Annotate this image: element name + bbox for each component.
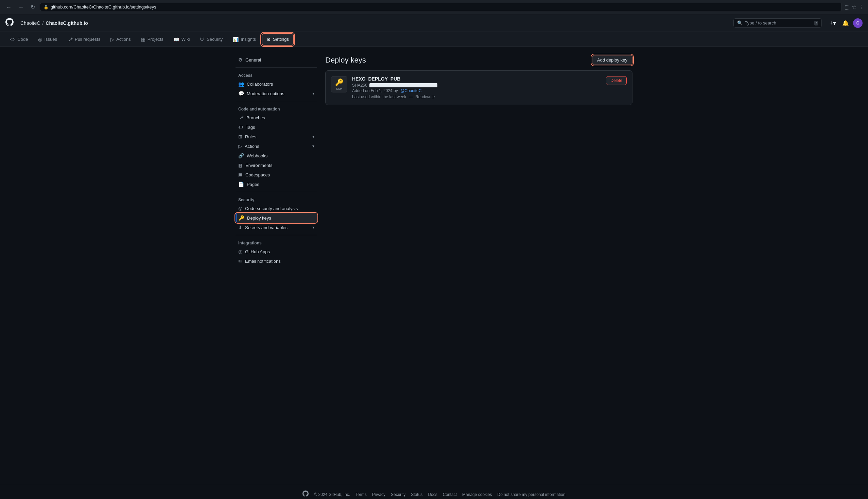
tab-projects[interactable]: ▦ Projects xyxy=(137,34,168,45)
github-logo xyxy=(5,18,14,28)
key-last-used: Last used within the last week — Read/wr… xyxy=(352,95,601,99)
key-sha: SHA256 xyxy=(352,83,601,88)
sidebar-codespaces-label: Codespaces xyxy=(245,172,270,178)
sidebar-code-security-label: Code security and analysis xyxy=(245,206,298,211)
sidebar-item-codespaces[interactable]: ▣ Codespaces xyxy=(235,170,317,180)
footer-copyright: © 2024 GitHub, Inc. xyxy=(314,492,350,497)
tab-wiki[interactable]: 📖 Wiki xyxy=(169,34,194,45)
pages-icon: 📄 xyxy=(238,182,244,187)
tab-settings[interactable]: ⚙ Settings xyxy=(262,33,294,46)
search-placeholder: Type / to search xyxy=(745,21,776,25)
tab-wiki-label: Wiki xyxy=(182,37,190,42)
sidebar-email-label: Email notifications xyxy=(245,259,281,264)
last-used-text: Last used within the last week xyxy=(352,95,406,99)
footer-security[interactable]: Security xyxy=(391,492,405,497)
chevron-down-icon: ▾ xyxy=(312,91,314,96)
access-section-label: Access xyxy=(235,70,317,79)
sidebar-item-deploy-keys[interactable]: 🔑 Deploy keys xyxy=(235,213,317,223)
tab-settings-label: Settings xyxy=(273,37,289,42)
sidebar-item-github-apps[interactable]: ◎ GitHub Apps xyxy=(235,247,317,256)
footer-status[interactable]: Status xyxy=(411,492,423,497)
added-text: Added on Feb 1, 2024 by xyxy=(352,88,398,93)
sidebar-branches-label: Branches xyxy=(246,115,265,120)
sidebar-item-moderation[interactable]: 💬 Moderation options ▾ xyxy=(235,89,317,98)
general-icon: ⚙ xyxy=(238,57,243,62)
deploy-keys-icon: 🔑 xyxy=(239,215,244,221)
tags-icon: 🏷 xyxy=(238,124,243,130)
page-title: Deploy keys xyxy=(325,56,366,64)
key-info: HEXO_DEPLOY_PUB SHA256 Added on Feb 1, 2… xyxy=(352,76,601,99)
sidebar-item-secrets[interactable]: ⬇ Secrets and variables ▾ xyxy=(235,223,317,232)
footer-privacy[interactable]: Privacy xyxy=(372,492,386,497)
refresh-button[interactable]: ↻ xyxy=(28,2,37,12)
collaborators-icon: 👥 xyxy=(238,81,244,87)
settings-icon: ⚙ xyxy=(267,37,271,42)
sidebar-item-email-notifications[interactable]: ✉ Email notifications xyxy=(235,256,317,266)
search-bar[interactable]: 🔍 Type / to search / xyxy=(733,19,822,27)
footer-contact[interactable]: Contact xyxy=(443,492,457,497)
sidebar-rules-label: Rules xyxy=(245,134,256,139)
email-icon: ✉ xyxy=(238,258,242,264)
breadcrumb-repo[interactable]: ChaoiteC.github.io xyxy=(46,21,88,26)
url-bar[interactable]: 🔒 github.com/ChaoiteC/ChaoiteC.github.io… xyxy=(40,3,842,11)
sidebar: ⚙ General Access 👥 Collaborators 💬 Moder… xyxy=(235,55,317,477)
sidebar-webhooks-label: Webhooks xyxy=(247,153,268,158)
code-section-label: Code and automation xyxy=(235,104,317,113)
plus-button[interactable]: +▾ xyxy=(827,18,838,28)
footer-docs[interactable]: Docs xyxy=(428,492,437,497)
added-by-link[interactable]: @ChaoiteC xyxy=(400,88,421,93)
sidebar-item-actions[interactable]: ▷ Actions ▾ xyxy=(235,142,317,151)
add-deploy-key-button[interactable]: Add deploy key xyxy=(592,55,633,65)
browser-chrome: ← → ↻ 🔒 github.com/ChaoiteC/ChaoiteC.git… xyxy=(0,0,868,14)
search-icon: 🔍 xyxy=(737,21,743,25)
tab-code-label: Code xyxy=(17,37,28,42)
tab-security[interactable]: 🛡 Security xyxy=(195,34,227,45)
bell-icon: 🔔 xyxy=(842,20,849,26)
code-icon: <> xyxy=(10,37,15,42)
sidebar-deploy-keys-label: Deploy keys xyxy=(247,216,271,221)
chevron-down-icon-secrets: ▾ xyxy=(312,225,314,230)
insights-icon: 📊 xyxy=(233,37,239,42)
sidebar-item-webhooks[interactable]: 🔗 Webhooks xyxy=(235,151,317,160)
footer-do-not-share[interactable]: Do not share my personal information xyxy=(497,492,565,497)
sidebar-tags-label: Tags xyxy=(246,125,255,130)
sidebar-item-tags[interactable]: 🏷 Tags xyxy=(235,122,317,132)
breadcrumb-separator: / xyxy=(42,21,44,26)
top-nav: ChaoiteC / ChaoiteC.github.io 🔍 Type / t… xyxy=(0,14,868,32)
back-button[interactable]: ← xyxy=(4,3,14,12)
menu-icon: ⋮ xyxy=(858,4,864,10)
sidebar-item-general[interactable]: ⚙ General xyxy=(235,55,317,64)
security-section-label: Security xyxy=(235,195,317,204)
nav-actions: +▾ 🔔 C xyxy=(827,18,863,28)
sidebar-pages-label: Pages xyxy=(247,182,259,187)
integrations-section-label: Integrations xyxy=(235,238,317,247)
tab-insights[interactable]: 📊 Insights xyxy=(228,34,260,45)
projects-icon: ▦ xyxy=(141,37,145,42)
breadcrumb-user[interactable]: ChaoiteC xyxy=(21,21,40,26)
sidebar-item-collaborators[interactable]: 👥 Collaborators xyxy=(235,79,317,89)
forward-button[interactable]: → xyxy=(16,3,26,12)
sidebar-item-rules[interactable]: ⊞ Rules ▾ xyxy=(235,132,317,142)
footer-terms[interactable]: Terms xyxy=(355,492,367,497)
key-permission: Read/write xyxy=(415,95,435,99)
tab-pulls[interactable]: ⎇ Pull requests xyxy=(63,34,105,45)
moderation-icon: 💬 xyxy=(238,91,244,96)
avatar[interactable]: C xyxy=(853,19,863,28)
sha-bar xyxy=(369,83,437,87)
tab-code[interactable]: <> Code xyxy=(5,34,32,45)
footer-manage-cookies[interactable]: Manage cookies xyxy=(462,492,492,497)
tab-actions[interactable]: ▷ Actions xyxy=(106,34,135,45)
ssh-label: SSH xyxy=(336,87,343,90)
tab-insights-label: Insights xyxy=(241,37,256,42)
codespaces-icon: ▣ xyxy=(238,172,243,178)
tab-issues[interactable]: ◎ Issues xyxy=(34,34,62,45)
sidebar-item-code-security[interactable]: ◎ Code security and analysis xyxy=(235,204,317,213)
delete-key-button[interactable]: Delete xyxy=(606,76,627,85)
sidebar-item-environments[interactable]: ▦ Environments xyxy=(235,160,317,170)
sidebar-item-pages[interactable]: 📄 Pages xyxy=(235,180,317,189)
actions-icon: ▷ xyxy=(110,37,114,42)
url-text: github.com/ChaoiteC/ChaoiteC.github.io/s… xyxy=(51,4,156,10)
sidebar-item-branches[interactable]: ⎇ Branches xyxy=(235,113,317,122)
sidebar-divider-1 xyxy=(235,67,317,68)
tab-security-label: Security xyxy=(207,37,223,42)
